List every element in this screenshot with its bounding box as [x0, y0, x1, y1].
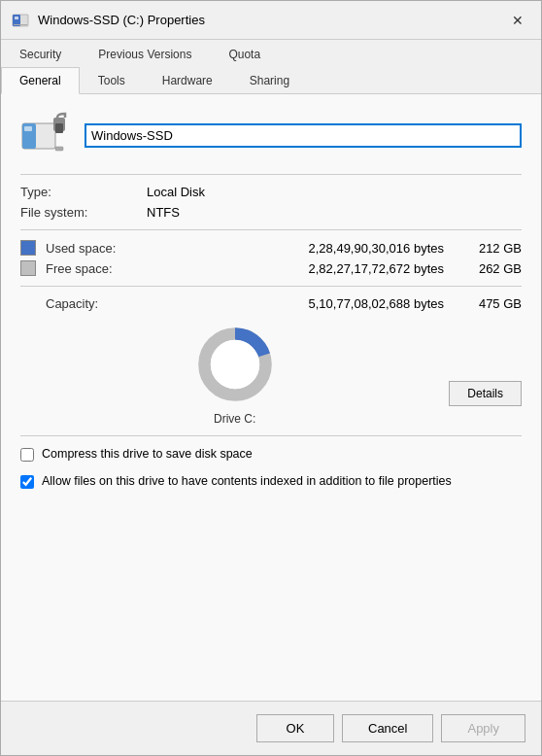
donut-area: Drive C: Details — [20, 321, 522, 426]
tab-sharing[interactable]: Sharing — [231, 67, 308, 94]
info-grid: Type: Local Disk File system: NTFS — [20, 185, 522, 220]
checkboxes-area: Compress this drive to save disk space A… — [20, 446, 522, 490]
divider-3 — [20, 286, 522, 287]
title-bar-left: Windows-SSD (C:) Properties — [11, 11, 205, 30]
type-value: Local Disk — [147, 185, 522, 199]
compress-checkbox-row: Compress this drive to save disk space — [20, 446, 522, 464]
svg-rect-2 — [15, 17, 18, 19]
tabs-row-1: Security Previous Versions Quota — [1, 40, 541, 66]
index-label[interactable]: Allow files on this drive to have conten… — [42, 473, 452, 491]
free-color-box — [20, 260, 36, 276]
filesystem-label: File system: — [20, 205, 147, 220]
tab-tools[interactable]: Tools — [80, 67, 144, 94]
divider-1 — [20, 174, 522, 175]
used-color-box — [20, 240, 36, 256]
capacity-label: Capacity: — [46, 296, 123, 311]
button-bar: OK Cancel Apply — [1, 701, 541, 755]
compress-label[interactable]: Compress this drive to save disk space — [42, 446, 253, 464]
cancel-button[interactable]: Cancel — [342, 714, 433, 742]
svg-rect-3 — [14, 24, 27, 25]
close-button[interactable]: ✕ — [504, 7, 531, 34]
tabs-row-2: General Tools Hardware Sharing — [1, 66, 541, 93]
tabs-area: Security Previous Versions Quota General… — [1, 40, 541, 94]
svg-rect-9 — [55, 147, 63, 151]
donut-chart — [191, 321, 279, 408]
svg-rect-6 — [24, 126, 32, 131]
type-label: Type: — [20, 185, 147, 199]
donut-wrapper: Drive C: — [191, 321, 279, 426]
svg-rect-8 — [55, 123, 63, 133]
content-area: Type: Local Disk File system: NTFS Used … — [1, 94, 541, 701]
svg-point-12 — [210, 340, 258, 389]
free-gb: 262 GB — [463, 261, 522, 276]
used-space-row: Used space: 2,28,49,90,30,016 bytes 212 … — [20, 240, 522, 256]
drive-header — [20, 110, 522, 160]
tab-security[interactable]: Security — [1, 41, 80, 67]
tab-previous-versions[interactable]: Previous Versions — [80, 41, 210, 67]
used-bytes: 2,28,49,90,30,016 bytes — [133, 241, 463, 256]
tab-hardware[interactable]: Hardware — [144, 67, 231, 94]
divider-4 — [20, 435, 522, 436]
ok-button[interactable]: OK — [256, 714, 334, 742]
drive-label: Drive C: — [214, 412, 255, 426]
free-bytes: 2,82,27,17,72,672 bytes — [133, 261, 463, 276]
free-space-row: Free space: 2,82,27,17,72,672 bytes 262 … — [20, 260, 522, 276]
capacity-bytes: 5,10,77,08,02,688 bytes — [123, 296, 463, 311]
window-icon — [11, 11, 30, 30]
title-bar: Windows-SSD (C:) Properties ✕ — [1, 1, 541, 40]
properties-window: Windows-SSD (C:) Properties ✕ Security P… — [0, 0, 542, 756]
capacity-gb: 475 GB — [463, 296, 522, 311]
apply-button[interactable]: Apply — [441, 714, 525, 742]
divider-2 — [20, 229, 522, 230]
used-gb: 212 GB — [463, 241, 522, 256]
used-label: Used space: — [46, 241, 133, 256]
capacity-row: Capacity: 5,10,77,08,02,688 bytes 475 GB — [46, 296, 522, 311]
free-label: Free space: — [46, 261, 133, 276]
filesystem-value: NTFS — [147, 205, 522, 220]
tab-general[interactable]: General — [1, 67, 80, 94]
index-checkbox-row: Allow files on this drive to have conten… — [20, 473, 522, 491]
compress-checkbox[interactable] — [20, 448, 34, 462]
details-button[interactable]: Details — [449, 381, 522, 406]
window-title: Windows-SSD (C:) Properties — [38, 13, 205, 27]
drive-name-input[interactable] — [85, 123, 522, 148]
drive-icon — [20, 110, 71, 160]
tab-quota[interactable]: Quota — [210, 41, 279, 67]
index-checkbox[interactable] — [20, 475, 34, 489]
